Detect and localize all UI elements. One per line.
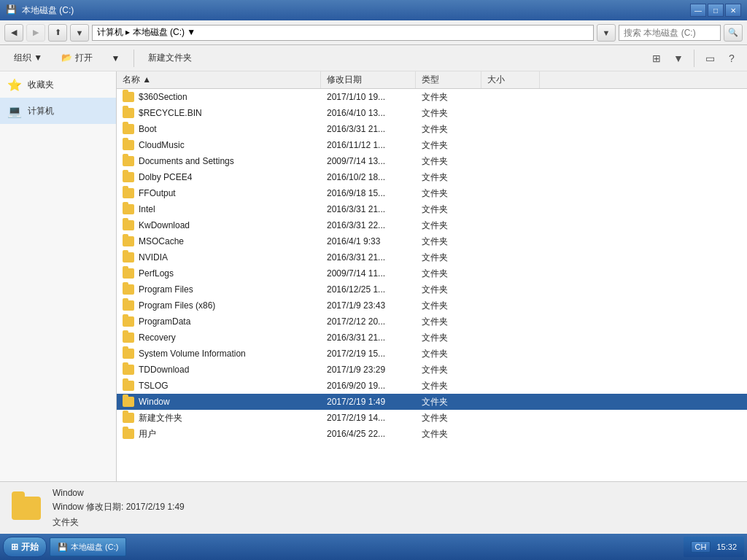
open-button[interactable]: 📂 打开 bbox=[53, 48, 100, 69]
file-date-cell: 2017/2/19 14... bbox=[321, 410, 416, 426]
file-row[interactable]: Program Files2016/12/25 1...文件夹 bbox=[117, 281, 747, 298]
file-type-cell: 文件夹 bbox=[416, 137, 481, 153]
search-input[interactable] bbox=[619, 25, 721, 41]
sidebar-item-computer[interactable]: 💻 计算机 bbox=[0, 98, 116, 124]
file-row[interactable]: FFOutput2016/9/18 15...文件夹 bbox=[117, 185, 747, 201]
file-row[interactable]: ProgramData2017/2/12 20...文件夹 bbox=[117, 314, 747, 330]
file-row[interactable]: MSOCache2016/4/1 9:33文件夹 bbox=[117, 233, 747, 249]
folder-icon bbox=[123, 108, 134, 118]
file-name-cell: Program Files bbox=[117, 281, 321, 298]
folder-icon bbox=[123, 316, 134, 327]
close-button[interactable]: ✕ bbox=[725, 4, 741, 17]
minimize-button[interactable]: — bbox=[690, 4, 706, 17]
folder-icon bbox=[123, 268, 134, 279]
file-name: CloudMusic bbox=[139, 140, 185, 150]
new-folder-button[interactable]: 新建文件夹 bbox=[140, 48, 200, 69]
column-headers: 名称 ▲ 修改日期 类型 大小 bbox=[117, 71, 747, 89]
file-name-cell: Boot bbox=[117, 121, 321, 137]
toolbar: 组织 ▼ 📂 打开 ▼ 新建文件夹 ⊞ ▼ ▭ ? bbox=[0, 45, 747, 71]
organize-button[interactable]: 组织 ▼ bbox=[6, 48, 50, 69]
file-row[interactable]: Boot2016/3/31 21...文件夹 bbox=[117, 121, 747, 137]
folder-icon bbox=[123, 300, 134, 311]
column-header-name[interactable]: 名称 ▲ bbox=[117, 71, 321, 88]
file-row[interactable]: 新建文件夹2017/2/19 14...文件夹 bbox=[117, 410, 747, 426]
file-name-cell: Recovery bbox=[117, 330, 321, 346]
file-row[interactable]: Dolby PCEE42016/10/2 18...文件夹 bbox=[117, 169, 747, 185]
file-size-cell bbox=[481, 410, 540, 426]
folder-icon bbox=[123, 381, 134, 391]
file-size-cell bbox=[481, 378, 540, 394]
view-toggle-button[interactable]: ⊞ bbox=[647, 50, 666, 67]
back-button[interactable]: ◀ bbox=[4, 24, 23, 42]
file-type-cell: 文件夹 bbox=[416, 169, 481, 185]
folder-icon bbox=[123, 413, 134, 423]
file-date-cell: 2016/4/1 9:33 bbox=[321, 233, 416, 249]
folder-icon bbox=[123, 92, 134, 102]
address-input[interactable] bbox=[92, 25, 594, 41]
status-filetype: 文件夹 bbox=[53, 516, 185, 529]
file-row[interactable]: Recovery2016/3/31 21...文件夹 bbox=[117, 330, 747, 346]
file-row[interactable]: Documents and Settings2009/7/14 13...文件夹 bbox=[117, 153, 747, 169]
file-date-cell: 2017/1/9 23:43 bbox=[321, 298, 416, 314]
taskbar-window-item[interactable]: 💾 本地磁盘 (C:) bbox=[50, 537, 126, 556]
file-name-cell: Documents and Settings bbox=[117, 153, 321, 169]
folder-icon bbox=[123, 140, 134, 150]
file-row[interactable]: PerfLogs2009/7/14 11...文件夹 bbox=[117, 265, 747, 281]
file-row[interactable]: Window2017/2/19 1:49文件夹 bbox=[117, 394, 747, 410]
folder-icon bbox=[123, 156, 134, 166]
start-button[interactable]: ⊞ 开始 bbox=[3, 537, 47, 557]
file-row[interactable]: NVIDIA2016/3/31 21...文件夹 bbox=[117, 249, 747, 265]
address-dropdown-button[interactable]: ▼ bbox=[597, 24, 616, 42]
file-date-cell: 2016/4/10 13... bbox=[321, 105, 416, 121]
file-size-cell bbox=[481, 426, 540, 442]
file-row[interactable]: System Volume Information2017/2/19 15...… bbox=[117, 346, 747, 362]
status-details: Window 修改日期: 2017/2/19 1:49 bbox=[53, 501, 185, 513]
file-size-cell bbox=[481, 185, 540, 201]
file-name-cell: CloudMusic bbox=[117, 137, 321, 153]
sidebar-item-favorites[interactable]: ⭐ 收藏夹 bbox=[0, 71, 116, 98]
file-size-cell bbox=[481, 394, 540, 410]
file-row[interactable]: TSLOG2016/9/20 19...文件夹 bbox=[117, 378, 747, 394]
file-size-cell bbox=[481, 201, 540, 217]
file-date-cell: 2016/3/31 21... bbox=[321, 330, 416, 346]
folder-icon bbox=[123, 252, 134, 262]
file-name-cell: 新建文件夹 bbox=[117, 410, 321, 426]
file-row[interactable]: KwDownload2016/3/31 22...文件夹 bbox=[117, 217, 747, 233]
file-name-cell: Intel bbox=[117, 201, 321, 217]
file-name-cell: ProgramData bbox=[117, 314, 321, 330]
file-date-cell: 2016/3/31 22... bbox=[321, 217, 416, 233]
help-button[interactable]: ? bbox=[722, 50, 741, 67]
file-size-cell bbox=[481, 314, 540, 330]
status-filename: Window bbox=[53, 488, 185, 498]
column-header-type[interactable]: 类型 bbox=[416, 71, 481, 88]
language-button[interactable]: CH bbox=[691, 541, 711, 553]
file-date-cell: 2017/2/12 20... bbox=[321, 314, 416, 330]
start-icon: ⊞ bbox=[11, 542, 18, 552]
file-row[interactable]: CloudMusic2016/11/12 1...文件夹 bbox=[117, 137, 747, 153]
status-folder-icon bbox=[9, 491, 44, 526]
dropdown-arrow-button[interactable]: ▼ bbox=[70, 24, 89, 42]
file-row[interactable]: Intel2016/3/31 21...文件夹 bbox=[117, 201, 747, 217]
preview-pane-button[interactable]: ▭ bbox=[700, 50, 719, 67]
open-dropdown-button[interactable]: ▼ bbox=[104, 48, 128, 69]
view-dropdown-button[interactable]: ▼ bbox=[669, 50, 688, 67]
file-size-cell bbox=[481, 346, 540, 362]
file-date-cell: 2017/2/19 1:49 bbox=[321, 394, 416, 410]
maximize-button[interactable]: □ bbox=[708, 4, 724, 17]
up-button[interactable]: ⬆ bbox=[48, 24, 67, 42]
file-name: Program Files (x86) bbox=[139, 300, 215, 311]
column-header-size[interactable]: 大小 bbox=[481, 71, 540, 88]
folder-icon bbox=[123, 397, 134, 407]
file-row[interactable]: $360Section2017/1/10 19...文件夹 bbox=[117, 89, 747, 105]
title-bar-left: 💾 本地磁盘 (C:) bbox=[6, 4, 74, 17]
file-row[interactable]: 用户2016/4/25 22...文件夹 bbox=[117, 426, 747, 442]
file-row[interactable]: $RECYCLE.BIN2016/4/10 13...文件夹 bbox=[117, 105, 747, 121]
search-icon-button[interactable]: 🔍 bbox=[724, 24, 743, 42]
column-header-date[interactable]: 修改日期 bbox=[321, 71, 416, 88]
big-folder-shape bbox=[12, 497, 41, 520]
file-row[interactable]: Program Files (x86)2017/1/9 23:43文件夹 bbox=[117, 298, 747, 314]
file-row[interactable]: TDDownload2017/1/9 23:29文件夹 bbox=[117, 362, 747, 378]
view-separator bbox=[694, 50, 694, 67]
file-name: FFOutput bbox=[139, 188, 176, 198]
forward-button[interactable]: ▶ bbox=[26, 24, 45, 42]
